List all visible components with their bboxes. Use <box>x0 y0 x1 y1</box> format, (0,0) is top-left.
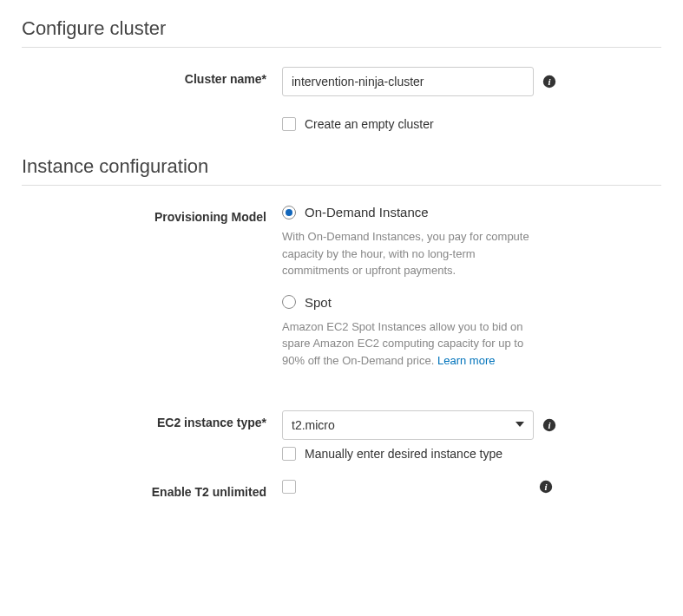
label-provisioning-model: Provisioning Model <box>22 205 282 224</box>
radio-spot[interactable] <box>282 295 296 309</box>
label-t2-unlimited: Enable T2 unlimited <box>22 480 282 499</box>
radio-on-demand-label: On-Demand Instance <box>305 205 429 220</box>
label-cluster-name: Cluster name* <box>22 67 282 86</box>
manual-instance-type-checkbox[interactable] <box>282 447 296 461</box>
empty-cluster-checkbox[interactable] <box>282 117 296 131</box>
info-icon[interactable]: i <box>539 480 553 494</box>
t2-unlimited-checkbox[interactable] <box>282 480 296 494</box>
help-on-demand: With On-Demand Instances, you pay for co… <box>282 228 535 279</box>
section-title-configure-cluster: Configure cluster <box>22 17 661 48</box>
help-spot: Amazon EC2 Spot Instances allow you to b… <box>282 318 535 370</box>
radio-spot-label: Spot <box>305 295 332 310</box>
row-instance-type: EC2 instance type* t2.micro i Manually e… <box>22 410 661 461</box>
info-icon[interactable]: i <box>542 75 556 88</box>
row-cluster-name: Cluster name* i <box>22 67 661 96</box>
manual-instance-type-label: Manually enter desired instance type <box>305 447 502 461</box>
row-t2-unlimited: Enable T2 unlimited i <box>22 480 661 499</box>
instance-type-select[interactable]: t2.micro <box>282 410 534 440</box>
row-empty-cluster: Create an empty cluster <box>22 115 661 131</box>
label-instance-type: EC2 instance type* <box>22 410 282 429</box>
section-title-instance-configuration: Instance configuration <box>22 155 661 186</box>
cluster-name-input[interactable] <box>282 67 534 96</box>
row-provisioning-model: Provisioning Model On-Demand Instance Wi… <box>22 205 661 384</box>
radio-on-demand[interactable] <box>282 206 296 220</box>
info-icon[interactable]: i <box>542 418 556 432</box>
instance-type-value: t2.micro <box>292 418 335 432</box>
learn-more-link[interactable]: Learn more <box>437 354 495 367</box>
empty-cluster-label: Create an empty cluster <box>305 117 434 131</box>
